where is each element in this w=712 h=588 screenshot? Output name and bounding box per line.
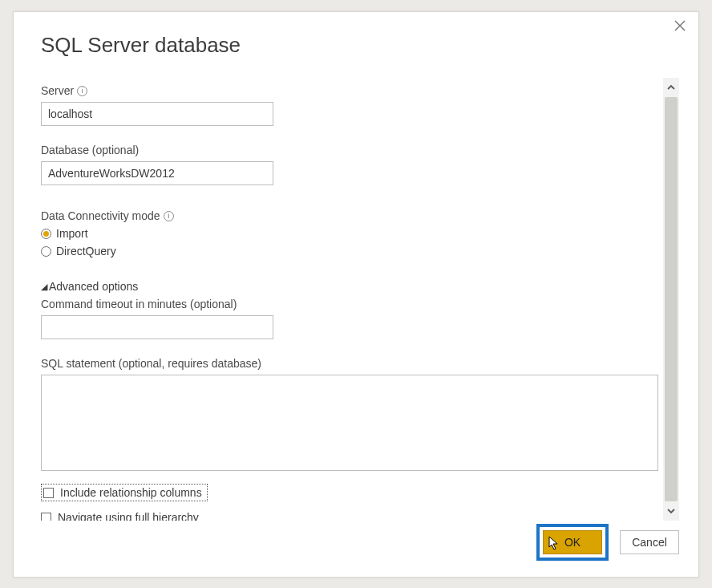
content-area: Server i Database (optional) Data Connec… [41,78,684,521]
dialog-title: SQL Server database [41,33,698,58]
checkbox-hierarchy-label: Navigate using full hierarchy [58,511,199,521]
checkbox-relationship-label: Include relationship columns [60,486,202,499]
radio-directquery[interactable]: DirectQuery [41,245,658,258]
connectivity-label-text: Data Connectivity mode [41,209,160,222]
radio-import[interactable]: Import [41,227,658,240]
cursor-icon [548,536,560,550]
scroll-up-button[interactable] [663,78,679,97]
ok-button-label: OK [564,536,581,549]
button-row: OK Cancel [536,524,679,561]
checkbox-hierarchy[interactable] [41,513,51,521]
scroll-down-button[interactable] [663,501,679,521]
form-column: Server i Database (optional) Data Connec… [41,78,663,521]
info-icon[interactable]: i [77,86,87,96]
server-input[interactable] [41,102,273,126]
database-label: Database (optional) [41,144,658,156]
connectivity-label: Data Connectivity mode i [41,209,658,222]
radio-import-label: Import [56,227,88,240]
checkbox-relationship-row[interactable]: Include relationship columns [41,484,658,501]
advanced-options-expander[interactable]: ◢ Advanced options [41,280,658,293]
radio-directquery-control[interactable] [41,246,51,257]
sql-statement-input[interactable] [41,375,658,471]
close-icon [674,20,686,31]
ok-highlight: OK [536,524,609,561]
server-label-text: Server [41,84,74,97]
cancel-button-label: Cancel [632,536,667,549]
timeout-label: Command timeout in minutes (optional) [41,298,658,310]
sql-statement-label-text: SQL statement (optional, requires databa… [41,357,261,370]
dialog-sql-server-database: SQL Server database Server i Database (o… [13,11,699,578]
chevron-up-icon [666,83,676,92]
sql-statement-label: SQL statement (optional, requires databa… [41,357,658,370]
cancel-button[interactable]: Cancel [620,530,679,554]
triangle-down-icon: ◢ [41,282,47,292]
advanced-options-label: Advanced options [49,280,138,293]
info-icon[interactable]: i [164,211,174,221]
server-label: Server i [41,84,658,97]
database-input[interactable] [41,161,273,185]
chevron-down-icon [666,506,676,516]
scrollbar[interactable] [663,78,679,521]
checkbox-relationship[interactable] [43,488,54,498]
ok-button[interactable]: OK [543,530,602,554]
scroll-track[interactable] [665,97,678,501]
checkbox-hierarchy-row[interactable]: Navigate using full hierarchy [41,511,658,521]
radio-import-control[interactable] [41,229,51,239]
close-button[interactable] [671,17,689,34]
timeout-input[interactable] [41,315,273,339]
radio-directquery-label: DirectQuery [56,245,116,258]
timeout-label-text: Command timeout in minutes (optional) [41,298,237,310]
database-label-text: Database (optional) [41,144,139,156]
